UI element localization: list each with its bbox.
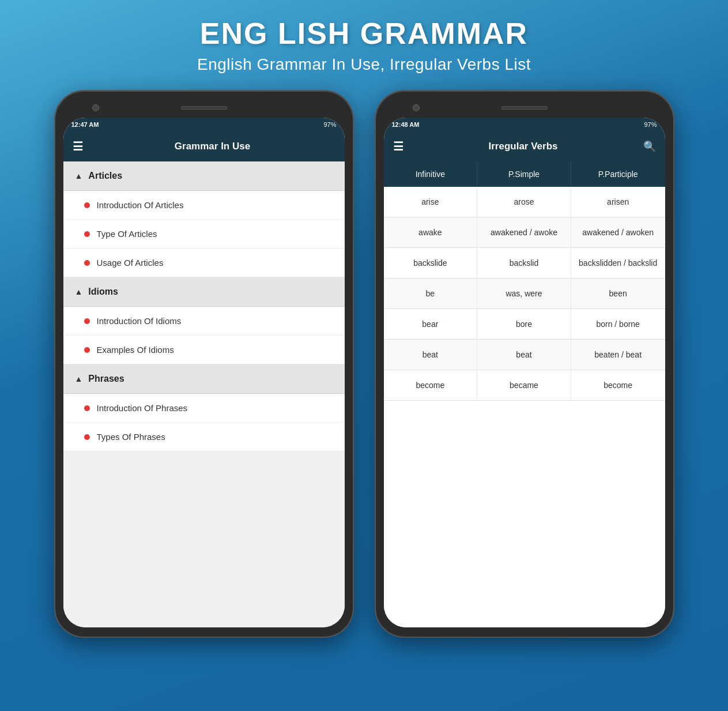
verbs-table-header: Infinitive P.Simple P.Participle (384, 161, 665, 187)
hamburger-icon-right[interactable]: ☰ (393, 141, 403, 152)
verb-infinitive: be (384, 279, 478, 309)
table-row: arise arose arisen (384, 187, 665, 217)
list-item[interactable]: Type Of Articles (63, 220, 345, 249)
sub-title: English Grammar In Use, Irregular Verbs … (0, 55, 728, 74)
app-bar-right: ☰ Irregular Verbs 🔍 (384, 131, 665, 161)
red-dot-icon (84, 405, 90, 411)
col-header-infinitive: Infinitive (384, 161, 478, 187)
left-phone: 12:47 AM 97% ☰ Grammar In Use ▲ Articles (54, 90, 354, 638)
red-dot-icon (84, 231, 90, 237)
hamburger-icon-left[interactable]: ☰ (73, 141, 83, 152)
verb-infinitive: arise (384, 187, 478, 217)
verb-pparticiple: beaten / beat (571, 340, 665, 370)
item-label: Introduction Of Articles (97, 200, 184, 210)
verb-psimple: awakened / awoke (477, 217, 571, 247)
right-phone: 12:48 AM 97% ☰ Irregular Verbs 🔍 Infinit… (375, 90, 674, 638)
col-header-pparticiple: P.Participle (571, 161, 665, 187)
table-row: be was, were been (384, 279, 665, 309)
list-item[interactable]: Introduction Of Articles (63, 191, 345, 220)
red-dot-icon (84, 318, 90, 324)
list-item[interactable]: Introduction Of Phrases (63, 394, 345, 423)
header-area: ENG LISH GRAMMAR English Grammar In Use,… (0, 0, 728, 84)
speaker-left (181, 106, 227, 110)
red-dot-icon (84, 434, 90, 440)
camera-left (92, 104, 99, 111)
status-right-right: 97% (644, 121, 657, 128)
chevron-idioms: ▲ (75, 287, 83, 296)
verb-psimple: bore (477, 309, 571, 339)
section-idioms[interactable]: ▲ Idioms (63, 277, 345, 307)
item-label: Types Of Phrases (97, 432, 165, 442)
table-row: bear bore born / borne (384, 309, 665, 340)
verb-psimple: beat (477, 340, 571, 370)
verb-pparticiple: arisen (571, 187, 665, 217)
verb-psimple: became (477, 370, 571, 400)
item-label: Examples Of Idioms (97, 345, 174, 355)
phones-row: 12:47 AM 97% ☰ Grammar In Use ▲ Articles (0, 90, 728, 638)
status-right-left: 97% (323, 121, 336, 128)
list-item[interactable]: Usage Of Articles (63, 249, 345, 277)
verb-pparticiple: become (571, 370, 665, 400)
search-icon[interactable]: 🔍 (643, 140, 656, 153)
main-title: ENG LISH GRAMMAR (0, 16, 728, 51)
list-item[interactable]: Examples Of Idioms (63, 336, 345, 364)
left-screen: 12:47 AM 97% ☰ Grammar In Use ▲ Articles (63, 118, 345, 627)
phone-top-bar-left (63, 101, 345, 114)
verb-psimple: was, were (477, 279, 571, 309)
verb-pparticiple: awakened / awoken (571, 217, 665, 247)
verb-infinitive: beat (384, 340, 478, 370)
red-dot-icon (84, 347, 90, 353)
verb-infinitive: become (384, 370, 478, 400)
verbs-table: arise arose arisen awake awakened / awok… (384, 187, 665, 627)
item-label: Type Of Articles (97, 229, 157, 239)
verb-pparticiple: been (571, 279, 665, 309)
table-row: become became become (384, 370, 665, 401)
table-row: beat beat beaten / beat (384, 340, 665, 370)
status-time-left: 12:47 AM (71, 121, 99, 128)
section-articles[interactable]: ▲ Articles (63, 161, 345, 191)
list-item[interactable]: Types Of Phrases (63, 423, 345, 452)
camera-right (413, 104, 420, 111)
verb-pparticiple: born / borne (571, 309, 665, 339)
battery-left: 97% (323, 121, 336, 128)
section-idioms-label: Idioms (88, 287, 118, 297)
section-phrases[interactable]: ▲ Phrases (63, 364, 345, 394)
red-dot-icon (84, 260, 90, 266)
app-bar-title-left: Grammar In Use (90, 141, 335, 152)
app-bar-left: ☰ Grammar In Use (63, 131, 345, 161)
phone-top-bar-right (384, 101, 665, 114)
verb-infinitive: backslide (384, 248, 478, 278)
verb-psimple: backslid (477, 248, 571, 278)
list-item[interactable]: Introduction Of Idioms (63, 307, 345, 336)
col-header-psimple: P.Simple (477, 161, 571, 187)
table-row: awake awakened / awoke awakened / awoken (384, 217, 665, 248)
battery-right: 97% (644, 121, 657, 128)
chevron-phrases: ▲ (75, 374, 83, 383)
chevron-articles: ▲ (75, 171, 83, 180)
right-screen: 12:48 AM 97% ☰ Irregular Verbs 🔍 Infinit… (384, 118, 665, 627)
item-label: Introduction Of Phrases (97, 403, 188, 413)
table-row: backslide backslid backslidden / backsli… (384, 248, 665, 279)
status-bar-left: 12:47 AM 97% (63, 118, 345, 131)
verb-psimple: arose (477, 187, 571, 217)
verb-infinitive: awake (384, 217, 478, 247)
item-label: Usage Of Articles (97, 258, 164, 268)
status-bar-right: 12:48 AM 97% (384, 118, 665, 131)
grammar-list: ▲ Articles Introduction Of Articles Type… (63, 161, 345, 627)
section-phrases-label: Phrases (88, 374, 124, 384)
section-articles-label: Articles (88, 171, 122, 181)
item-label: Introduction Of Idioms (97, 316, 182, 326)
verb-pparticiple: backslidden / backslid (571, 248, 665, 278)
verb-infinitive: bear (384, 309, 478, 339)
app-bar-title-right: Irregular Verbs (410, 141, 636, 152)
speaker-right (501, 106, 548, 110)
red-dot-icon (84, 202, 90, 208)
status-time-right: 12:48 AM (392, 121, 420, 128)
